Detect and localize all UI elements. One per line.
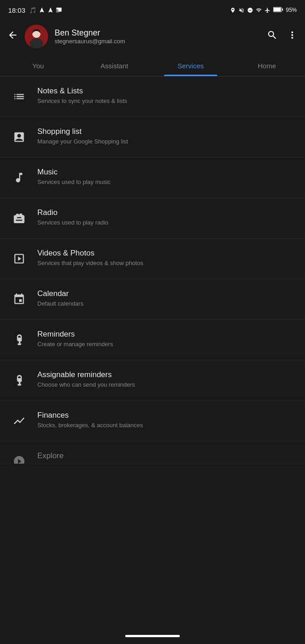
shopping-icon xyxy=(9,127,29,147)
tab-home[interactable]: Home xyxy=(229,55,305,76)
videos-photos-text: Videos & Photos Services that play video… xyxy=(37,249,143,266)
radio-subtitle: Services used to play radio xyxy=(37,219,108,226)
service-item-calendar[interactable]: Calendar Default calendars xyxy=(0,279,305,320)
video-icon xyxy=(9,249,29,269)
finances-subtitle: Stocks, brokerages, & account balances xyxy=(37,422,143,429)
tab-assistant[interactable]: Assistant xyxy=(76,55,153,76)
bottom-bar xyxy=(0,628,305,644)
music-text: Music Services used to play music xyxy=(37,168,111,185)
location-icon xyxy=(230,7,236,13)
tabs: You Assistant Services Home xyxy=(0,55,305,77)
explore-text: Explore xyxy=(37,451,64,462)
calendar-title: Calendar xyxy=(37,289,83,298)
calendar-text: Calendar Default calendars xyxy=(37,289,83,307)
music-subtitle: Services used to play music xyxy=(37,179,111,185)
service-item-finances[interactable]: Finances Stocks, brokerages, & account b… xyxy=(0,401,305,441)
battery-indicator xyxy=(273,7,283,14)
service-item-shopping-list[interactable]: Shopping list Manage your Google Shoppin… xyxy=(0,117,305,158)
nav2-icon xyxy=(47,7,54,13)
notes-lists-text: Notes & Lists Services to sync your note… xyxy=(37,87,127,104)
search-button[interactable] xyxy=(267,30,278,43)
service-item-reminders[interactable]: Reminders Create or manage reminders xyxy=(0,320,305,360)
tab-services[interactable]: Services xyxy=(152,55,229,76)
finance-icon xyxy=(9,411,29,431)
notes-icon xyxy=(9,87,29,107)
status-icons: 🎵 xyxy=(29,7,62,14)
user-email: stegnersaurus@gmail.com xyxy=(55,38,125,45)
shopping-list-text: Shopping list Manage your Google Shoppin… xyxy=(37,127,128,145)
more-options-button[interactable] xyxy=(287,30,298,43)
mute-icon xyxy=(239,7,244,13)
finances-text: Finances Stocks, brokerages, & account b… xyxy=(37,411,143,429)
battery-text: 95% xyxy=(286,7,297,13)
nav-icon xyxy=(39,7,45,13)
radio-title: Radio xyxy=(37,208,108,217)
service-item-explore[interactable]: Explore xyxy=(0,441,305,464)
music-title: Music xyxy=(37,168,111,177)
radio-icon xyxy=(9,208,29,228)
svg-rect-1 xyxy=(282,8,283,10)
service-item-notes-lists[interactable]: Notes & Lists Services to sync your note… xyxy=(0,77,305,117)
tab-you[interactable]: You xyxy=(0,55,76,76)
home-indicator xyxy=(125,635,180,637)
assignable-reminder-icon xyxy=(9,370,29,390)
service-item-music[interactable]: Music Services used to play music xyxy=(0,158,305,198)
airplane-icon xyxy=(264,7,270,13)
spotify-icon: 🎵 xyxy=(29,7,36,14)
reminders-text: Reminders Create or manage reminders xyxy=(37,330,113,348)
reminders-subtitle: Create or manage reminders xyxy=(37,341,113,348)
status-time: 18:03 xyxy=(8,6,25,14)
notes-lists-subtitle: Services to sync your notes & lists xyxy=(37,97,127,104)
finances-title: Finances xyxy=(37,411,143,420)
radio-text: Radio Services used to play radio xyxy=(37,208,108,226)
header: Ben Stegner stegnersaurus@gmail.com xyxy=(0,20,305,55)
reminder-icon xyxy=(9,330,29,350)
assignable-reminders-text: Assignable reminders Choose who can send… xyxy=(37,370,135,388)
shopping-list-subtitle: Manage your Google Shopping list xyxy=(37,138,128,145)
service-item-radio[interactable]: Radio Services used to play radio xyxy=(0,198,305,239)
service-list: Notes & Lists Services to sync your note… xyxy=(0,77,305,464)
svg-rect-2 xyxy=(274,8,281,11)
explore-icon xyxy=(9,451,29,464)
cast-icon xyxy=(56,7,62,13)
service-item-videos-photos[interactable]: Videos & Photos Services that play video… xyxy=(0,239,305,279)
wifi-icon xyxy=(256,7,262,13)
reminders-title: Reminders xyxy=(37,330,113,339)
shopping-list-title: Shopping list xyxy=(37,127,128,136)
calendar-subtitle: Default calendars xyxy=(37,300,83,307)
explore-title: Explore xyxy=(37,451,64,460)
videos-photos-title: Videos & Photos xyxy=(37,249,143,258)
status-bar: 18:03 🎵 95% xyxy=(0,0,305,20)
user-name: Ben Stegner xyxy=(55,28,125,38)
dnd-icon xyxy=(247,7,253,13)
avatar xyxy=(25,25,48,48)
music-icon xyxy=(9,168,29,188)
notes-lists-title: Notes & Lists xyxy=(37,87,127,96)
assignable-reminders-subtitle: Choose who can send you reminders xyxy=(37,381,135,388)
assignable-reminders-title: Assignable reminders xyxy=(37,370,135,379)
user-info: Ben Stegner stegnersaurus@gmail.com xyxy=(55,28,125,45)
status-right: 95% xyxy=(230,7,297,14)
videos-photos-subtitle: Services that play videos & show photos xyxy=(37,260,143,266)
back-button[interactable] xyxy=(7,30,18,43)
header-actions xyxy=(267,30,298,43)
service-item-assignable-reminders[interactable]: Assignable reminders Choose who can send… xyxy=(0,360,305,401)
calendar-icon xyxy=(9,289,29,309)
